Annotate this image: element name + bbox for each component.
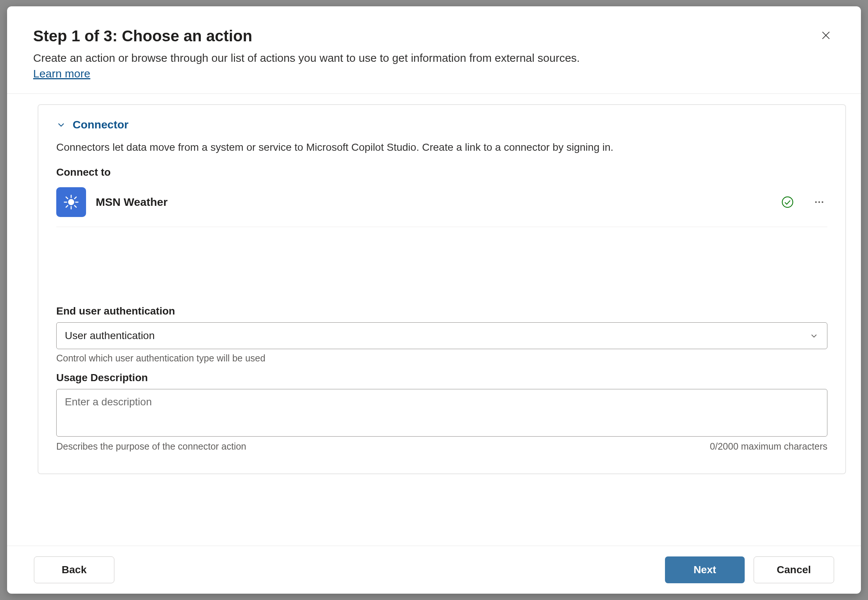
- chevron-down-icon: [809, 331, 819, 341]
- modal-subtitle: Create an action or browse through our l…: [33, 50, 817, 66]
- connector-description: Connectors let data move from a system o…: [56, 140, 827, 155]
- footer-right-group: Next Cancel: [665, 556, 834, 583]
- connector-row: MSN Weather: [56, 183, 827, 227]
- sun-icon: [63, 194, 79, 210]
- next-button[interactable]: Next: [665, 556, 745, 583]
- svg-line-10: [66, 206, 68, 207]
- usage-helper-text: Describes the purpose of the connector a…: [56, 441, 246, 452]
- modal-header: Step 1 of 3: Choose an action Create an …: [7, 6, 861, 94]
- modal-title: Step 1 of 3: Choose an action: [33, 26, 817, 46]
- svg-line-9: [74, 197, 76, 199]
- usage-form-group: Usage Description Describes the purpose …: [56, 372, 827, 452]
- close-button[interactable]: [817, 26, 835, 44]
- svg-point-2: [68, 199, 74, 205]
- more-horizontal-icon: [813, 197, 825, 208]
- cancel-button[interactable]: Cancel: [754, 556, 834, 583]
- status-connected-icon: [781, 196, 794, 208]
- modal-body: Connector Connectors let data move from …: [7, 94, 861, 545]
- svg-point-12: [815, 201, 817, 203]
- svg-point-11: [782, 197, 793, 207]
- usage-char-counter: 0/2000 maximum characters: [710, 441, 827, 452]
- usage-description-input[interactable]: [56, 389, 827, 436]
- connector-name: MSN Weather: [96, 196, 772, 208]
- back-button[interactable]: Back: [34, 556, 114, 583]
- checkmark-circle-icon: [781, 196, 794, 208]
- auth-select[interactable]: User authentication: [56, 322, 827, 349]
- auth-form-group: End user authentication User authenticat…: [56, 305, 827, 364]
- svg-point-13: [818, 201, 820, 203]
- connector-section-toggle[interactable]: Connector: [56, 118, 827, 131]
- learn-more-link[interactable]: Learn more: [33, 67, 90, 80]
- svg-line-7: [66, 197, 68, 199]
- close-icon: [821, 30, 831, 41]
- connect-to-label: Connect to: [56, 167, 827, 178]
- title-block: Step 1 of 3: Choose an action Create an …: [33, 26, 817, 80]
- auth-selected-value: User authentication: [65, 330, 155, 342]
- connector-more-button[interactable]: [811, 194, 827, 210]
- usage-label: Usage Description: [56, 372, 827, 384]
- connector-section-title: Connector: [73, 118, 129, 131]
- chevron-down-icon: [56, 120, 66, 130]
- svg-line-8: [74, 206, 76, 207]
- modal-dialog: Step 1 of 3: Choose an action Create an …: [7, 6, 861, 594]
- modal-footer: Back Next Cancel: [7, 545, 861, 594]
- msn-weather-icon: [56, 187, 86, 217]
- svg-point-14: [822, 201, 824, 203]
- auth-helper-text: Control which user authentication type w…: [56, 353, 827, 364]
- auth-label: End user authentication: [56, 305, 827, 317]
- connector-panel: Connector Connectors let data move from …: [38, 104, 846, 474]
